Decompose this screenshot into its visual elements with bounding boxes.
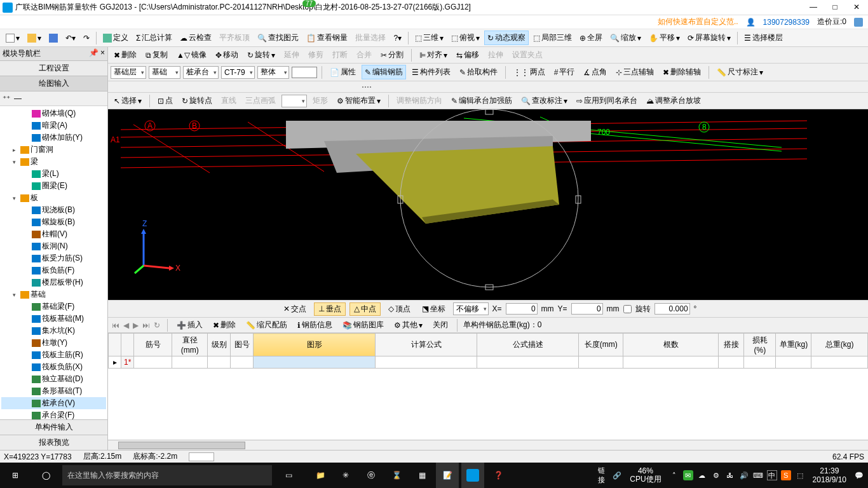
color-swatch[interactable]	[292, 67, 317, 78]
tree-item[interactable]: 承台梁(F)	[1, 409, 106, 419]
maximize-button[interactable]: □	[830, 3, 840, 13]
new-button[interactable]: ▾	[3, 32, 23, 44]
tree-item[interactable]: 暗梁(A)	[1, 119, 106, 132]
find-graph-button[interactable]: 🔍 查找图元	[254, 30, 302, 45]
split-button[interactable]: ✂ 分割	[377, 48, 407, 62]
tray-up-icon[interactable]: ˄	[669, 470, 679, 480]
offset-button[interactable]: ⇆ 偏移	[453, 48, 482, 62]
snap-perp-button[interactable]: ⊥ 垂点	[314, 302, 346, 316]
ime-indicator[interactable]: 中	[767, 470, 777, 480]
tb-edge-icon[interactable]: ⓔ	[360, 463, 383, 488]
cortana-icon[interactable]: ◯	[31, 463, 61, 488]
grid-close-button[interactable]: 关闭	[430, 318, 451, 332]
sidebar-close-icon[interactable]: ×	[100, 48, 105, 57]
taskbar-search[interactable]: 在这里输入你要搜索的内容	[62, 465, 272, 485]
tb-app-4[interactable]: ▦	[410, 463, 433, 488]
edit-rebar-button[interactable]: ✎ 编辑钢筋	[362, 65, 406, 79]
tray-volume-icon[interactable]: 🔊	[739, 470, 749, 480]
tree-item[interactable]: 柱墩(Y)	[1, 337, 106, 349]
align-button[interactable]: ⊫ 对齐▾	[416, 48, 451, 62]
parallel-button[interactable]: # 平行	[551, 65, 578, 79]
move-button[interactable]: ✥ 移动	[212, 48, 241, 62]
line-button[interactable]: 直线	[218, 93, 240, 108]
3d-button[interactable]: ⬚ 三维▾	[412, 30, 447, 45]
tree-item[interactable]: 砌体墙(Q)	[1, 107, 106, 119]
tree-item[interactable]: 条形基础(T)	[1, 385, 106, 397]
floor-combo[interactable]: 基础层	[111, 66, 146, 79]
stretch-button[interactable]: 拉伸	[485, 48, 506, 62]
rebar-lib-button[interactable]: 📚 钢筋图库	[339, 318, 387, 332]
tray-sogou-icon[interactable]: S	[781, 470, 791, 480]
save-button[interactable]	[46, 32, 61, 44]
tree-item[interactable]: 独立基础(D)	[1, 373, 106, 385]
pan-button[interactable]: ✋ 平移▾	[646, 30, 683, 45]
tree-item[interactable]: 板受力筋(S)	[1, 252, 106, 264]
pin-icon[interactable]: 📌	[89, 48, 98, 57]
task-view-icon[interactable]: ▭	[273, 463, 304, 488]
del-aux-button[interactable]: ✖ 删除辅轴	[660, 65, 704, 79]
x-input[interactable]	[506, 303, 538, 315]
draw-mode-combo[interactable]	[281, 95, 307, 107]
fullscreen-button[interactable]: ⊕ 全屏	[576, 30, 606, 45]
tree-item[interactable]: 筏板基础(M)	[1, 313, 106, 325]
tb-app-3[interactable]: ⌛	[385, 463, 408, 488]
apply-same-button[interactable]: ⇨ 应用到同名承台	[573, 93, 641, 108]
tray-network-icon[interactable]: 🖧	[725, 470, 735, 480]
select-button[interactable]: ↖ 选择▾	[111, 93, 145, 108]
component-tree[interactable]: 砌体墙(Q)暗梁(A)砌体加筋(Y)▸门窗洞▾梁梁(L)圈梁(E)▾板现浇板(B…	[0, 106, 107, 419]
start-button[interactable]: ⊞	[0, 463, 31, 488]
dynamic-view-button[interactable]: ↻ 动态观察	[484, 30, 529, 45]
tree-item[interactable]: 圈梁(E)	[1, 180, 106, 192]
copy-button[interactable]: ⧉ 复制	[142, 48, 171, 62]
tree-item[interactable]: 板负筋(F)	[1, 264, 106, 276]
view-rebar-button[interactable]: 📋 查看钢量	[303, 30, 351, 45]
grid-refresh-icon[interactable]: ↻	[153, 321, 161, 330]
tree-item[interactable]: ▾梁	[1, 156, 106, 168]
tree-item[interactable]: 砌体加筋(Y)	[1, 132, 106, 144]
smart-place-button[interactable]: ⚙ 智能布置▾	[334, 93, 384, 108]
rotate-input[interactable]	[654, 303, 690, 315]
grid-last-icon[interactable]: ⏭	[141, 321, 151, 330]
code-combo[interactable]: CT-79	[221, 66, 255, 79]
snap-end-button[interactable]: ◇ 顶点	[384, 303, 414, 315]
set-grip-button[interactable]: 设置夹点	[509, 48, 546, 62]
three-aux-button[interactable]: ⊹ 三点辅轴	[613, 65, 657, 79]
tree-item[interactable]: 楼层板带(H)	[1, 276, 106, 288]
grid-delete-button[interactable]: ✖ 删除	[210, 318, 239, 332]
tray-icon-3[interactable]: ⚙	[711, 470, 721, 480]
promo-link[interactable]: 如何快速布置自定义范..	[658, 17, 738, 27]
offset-mode-combo[interactable]: 不偏移	[453, 302, 489, 315]
table-row[interactable]: ▸1*	[109, 356, 868, 369]
tb-app-2[interactable]: ✳	[334, 463, 357, 488]
tray-icon-2[interactable]: ☁	[697, 470, 707, 480]
adjust-slope-button[interactable]: ⛰ 调整承台放坡	[643, 93, 704, 108]
3d-viewport[interactable]: 700 8 A B A1	[108, 109, 868, 300]
tab-draw-input[interactable]: 绘图输入	[0, 76, 107, 92]
tree-item[interactable]: 基础梁(F)	[1, 301, 106, 313]
attr-button[interactable]: 📄 属性	[327, 65, 359, 79]
tab-project-settings[interactable]: 工程设置	[0, 61, 107, 76]
tree-item[interactable]: ▸门窗洞	[1, 144, 106, 156]
tree-item[interactable]: 筏板主筋(R)	[1, 349, 106, 361]
snap-coord-button[interactable]: ⬔ 坐标	[418, 303, 449, 315]
undo-button[interactable]: ↶▾	[62, 32, 79, 44]
rotate-checkbox[interactable]	[623, 305, 632, 313]
tree-item[interactable]: 现浇板(B)	[1, 204, 106, 216]
grid-h-scrollbar[interactable]	[108, 440, 868, 450]
tree-item[interactable]: 集水坑(K)	[1, 325, 106, 337]
grid-other-button[interactable]: ⚙ 其他▾	[391, 318, 426, 332]
expand-all-icon[interactable]: ⁺⁺	[3, 94, 10, 103]
screen-rotate-button[interactable]: ⟳ 屏幕旋转▾	[684, 30, 734, 45]
zoom-button[interactable]: 🔍 缩放▾	[607, 30, 644, 45]
single-component-input-button[interactable]: 单构件输入	[0, 419, 107, 435]
arc3-button[interactable]: 三点画弧	[242, 93, 279, 108]
user-phone[interactable]: 13907298339	[763, 18, 810, 27]
tb-app-1[interactable]: 📁	[309, 463, 332, 488]
tb-app-5[interactable]: 📝	[436, 463, 459, 488]
local-3d-button[interactable]: ⬚ 局部三维	[530, 30, 575, 45]
close-button[interactable]: ✕	[851, 3, 862, 13]
sum-calc-button[interactable]: Σ 汇总计算	[133, 30, 175, 45]
style-combo[interactable]: 整体	[257, 66, 289, 79]
cpu-meter[interactable]: 46%CPU使用	[626, 467, 665, 484]
open-button[interactable]: ▾	[24, 32, 44, 44]
